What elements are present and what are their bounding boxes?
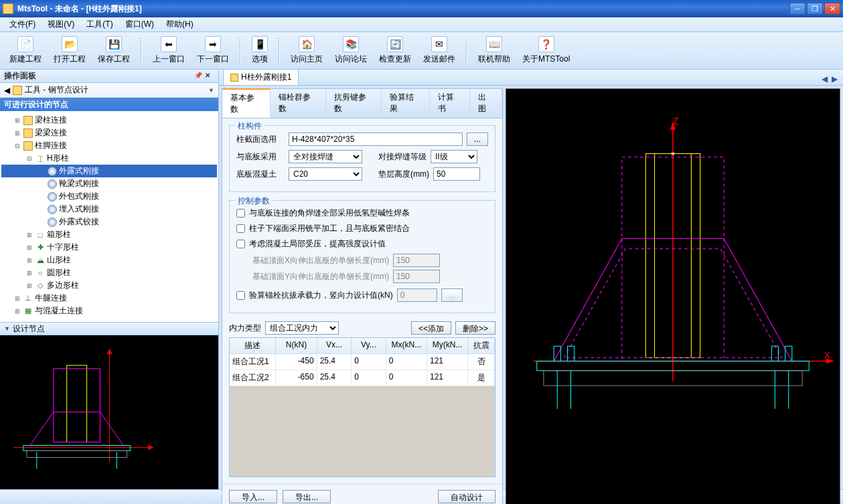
tree-node[interactable]: ⊞⊥牛腿连接	[1, 292, 217, 305]
grid-header-cell[interactable]: 抗震	[468, 338, 495, 354]
toolbar-button[interactable]: ✉发送邮件	[419, 33, 459, 68]
tree-node[interactable]: ⊞⛰山形柱	[1, 254, 217, 266]
tree-node[interactable]: 靴梁式刚接	[1, 177, 217, 190]
toolbar-button[interactable]: 📂打开工程	[50, 33, 90, 68]
grid-header-cell[interactable]: N(kN)	[276, 338, 317, 354]
grid-cell[interactable]: 否	[468, 354, 495, 370]
tree-toggle-icon[interactable]: ⊞	[13, 117, 21, 124]
grid-cell[interactable]: 0	[352, 370, 386, 386]
toolbar-button[interactable]: ⬅上一窗口	[149, 33, 189, 68]
back-icon[interactable]: ◀	[4, 86, 10, 95]
tree-toggle-icon[interactable]: ⊞	[25, 232, 33, 238]
cb-local-pressure[interactable]	[236, 240, 245, 248]
toolbar-button[interactable]: 📄新建工程	[5, 33, 46, 68]
menu-item[interactable]: 窗口(W)	[120, 17, 159, 31]
grid-cell[interactable]: 25.4	[317, 370, 352, 386]
tree-toggle-icon[interactable]: ⊞	[25, 282, 33, 289]
combo-weld-type[interactable]: 全对接焊缝	[289, 150, 362, 163]
input-section[interactable]	[289, 133, 463, 146]
input-layer-height[interactable]	[433, 167, 480, 181]
grid-cell[interactable]: 组合工况2	[230, 370, 276, 386]
tree-toggle-icon[interactable]: ⊞	[25, 270, 33, 276]
tree-node[interactable]: ⊞○圆形柱	[1, 266, 217, 279]
form-tab[interactable]: 锚栓群参数	[271, 89, 326, 118]
tree-node[interactable]: ⊞□箱形柱	[1, 228, 217, 241]
tree-node[interactable]: ⊞◇多边形柱	[1, 279, 217, 292]
grid-header-cell[interactable]: Vx...	[317, 338, 352, 354]
grid-cell[interactable]: 0	[386, 354, 427, 370]
tab-next-icon[interactable]: ▶	[830, 73, 839, 85]
cb-low-hydrogen[interactable]	[236, 209, 245, 218]
maximize-button[interactable]: ❐	[807, 3, 823, 15]
toolbar-button[interactable]: 🏠访问主页	[287, 33, 327, 68]
cb-milled[interactable]	[236, 224, 245, 233]
tree-toggle-icon[interactable]: ⊞	[25, 257, 33, 264]
import-button[interactable]: 导入...	[229, 490, 277, 503]
chevron-down-icon[interactable]: ▼	[4, 325, 10, 332]
grid-cell[interactable]: 25.4	[317, 354, 352, 370]
cb-milled-label[interactable]: 柱子下端面采用铣平加工，且与底板紧密结合	[249, 223, 410, 234]
add-button[interactable]: <<添加	[411, 321, 451, 335]
grid-row[interactable]: 组合工况2-65025.400121是	[230, 370, 495, 386]
grid-cell[interactable]: 0	[386, 370, 427, 386]
pin-icon[interactable]: 📌	[194, 72, 204, 81]
form-tab[interactable]: 抗剪键参数	[326, 89, 382, 118]
toolbar-button[interactable]: ➡下一窗口	[193, 33, 233, 68]
cb-local-pressure-label[interactable]: 考虑混凝土局部受压，提高强度设计值	[249, 238, 386, 250]
grid-cell[interactable]: 121	[427, 370, 468, 386]
cb-anchor-pull[interactable]	[236, 291, 245, 300]
document-tab[interactable]: H柱外露刚接1	[223, 69, 299, 85]
form-tab[interactable]: 计算书	[430, 89, 470, 118]
tree-node[interactable]: 埋入式刚接	[1, 203, 217, 216]
form-tab[interactable]: 基本参数	[222, 88, 271, 118]
menu-item[interactable]: 文件(F)	[4, 17, 41, 31]
tree-toggle-icon[interactable]: ⊞	[13, 295, 21, 302]
cb-low-hydrogen-label[interactable]: 与底板连接的角焊缝全部采用低氢型碱性焊条	[249, 207, 410, 219]
grid-cell[interactable]: 组合工况1	[230, 354, 276, 370]
grid-header-cell[interactable]: Vy...	[352, 338, 386, 354]
combo-weld-grade[interactable]: II级	[431, 150, 477, 163]
combo-force-type[interactable]: 组合工况内力	[265, 321, 339, 335]
dropdown-icon[interactable]: ▼	[208, 87, 214, 94]
export-button[interactable]: 导出...	[283, 490, 331, 503]
menu-item[interactable]: 工具(T)	[81, 17, 118, 31]
node-tree[interactable]: ⊞梁柱连接⊞梁梁连接⊟柱脚连接⊟⌶H形柱外露式刚接靴梁式刚接外包式刚接埋入式刚接…	[0, 111, 218, 322]
toolbar-button[interactable]: ❓关于MTSTool	[518, 33, 574, 68]
tree-node[interactable]: ⊟⌶H形柱	[1, 152, 217, 165]
grid-header-cell[interactable]: My(kN...	[427, 338, 468, 354]
tree-node[interactable]: ⊞✚十字形柱	[1, 241, 217, 254]
grid-header-cell[interactable]: 描述	[230, 338, 276, 354]
cad-canvas[interactable]: Z X	[506, 88, 840, 504]
toolbar-button[interactable]: 📖联机帮助	[474, 33, 514, 68]
form-tab[interactable]: 出图	[470, 89, 502, 118]
auto-design-button[interactable]: 自动设计	[438, 490, 495, 503]
grid-header-cell[interactable]: Mx(kN...	[386, 338, 427, 354]
tree-toggle-icon[interactable]: ⊞	[25, 244, 33, 251]
close-button[interactable]: ✕	[824, 3, 840, 15]
tree-toggle-icon[interactable]: ⊞	[13, 130, 21, 137]
combo-concrete[interactable]: C20	[289, 167, 362, 181]
tree-toggle-icon[interactable]: ⊞	[13, 308, 21, 315]
delete-button[interactable]: 删除>>	[455, 321, 495, 335]
toolbar-button[interactable]: 📚访问论坛	[331, 33, 371, 68]
tree-toggle-icon[interactable]: ⊟	[25, 155, 33, 162]
panel-close-icon[interactable]: ✕	[205, 72, 214, 81]
tree-toggle-icon[interactable]: ⊟	[13, 143, 21, 149]
grid-cell[interactable]: -450	[276, 354, 317, 370]
menu-item[interactable]: 帮助(H)	[161, 17, 199, 31]
tab-prev-icon[interactable]: ◀	[820, 73, 829, 85]
grid-cell[interactable]: 0	[352, 354, 386, 370]
cb-anchor-pull-label[interactable]: 验算锚栓抗拔承载力，竖向力设计值(kN)	[249, 290, 393, 301]
minimize-button[interactable]: ─	[789, 3, 806, 15]
tree-node[interactable]: 外包式刚接	[1, 190, 217, 203]
tree-node[interactable]: ⊞梁梁连接	[1, 127, 217, 139]
browse-section-button[interactable]: ...	[467, 133, 488, 146]
tree-node[interactable]: 外露式刚接	[1, 165, 217, 177]
tree-node[interactable]: ⊞▦与混凝土连接	[1, 305, 217, 317]
toolbar-button[interactable]: 🔄检查更新	[375, 33, 415, 68]
toolbar-button[interactable]: 📱选项	[248, 33, 272, 68]
toolbar-button[interactable]: 💾保存工程	[94, 33, 134, 68]
menu-item[interactable]: 视图(V)	[42, 17, 80, 31]
grid-cell[interactable]: 是	[468, 370, 495, 386]
form-tab[interactable]: 验算结果	[382, 89, 430, 118]
